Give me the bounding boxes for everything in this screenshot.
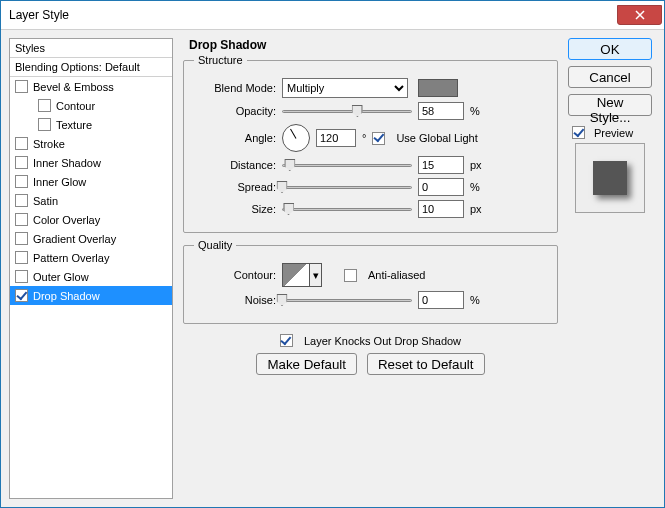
quality-legend: Quality <box>194 239 236 251</box>
quality-group: Quality Contour: ▾ Anti-aliased Noise: % <box>183 239 558 324</box>
noise-slider[interactable] <box>282 293 412 307</box>
style-item-checkbox[interactable] <box>15 251 28 264</box>
style-item-checkbox[interactable] <box>15 156 28 169</box>
style-item-checkbox[interactable] <box>15 213 28 226</box>
blending-options[interactable]: Blending Options: Default <box>10 58 172 77</box>
spread-input[interactable] <box>418 178 464 196</box>
style-item-label: Gradient Overlay <box>33 233 116 245</box>
contour-label: Contour: <box>194 269 276 281</box>
antialiased-label: Anti-aliased <box>368 269 425 281</box>
preview-label: Preview <box>594 127 633 139</box>
preview-box <box>575 143 645 213</box>
dialog-body: Styles Blending Options: Default Bevel &… <box>1 30 664 507</box>
style-item-checkbox[interactable] <box>15 289 28 302</box>
style-item-label: Satin <box>33 195 58 207</box>
style-item-label: Outer Glow <box>33 271 89 283</box>
angle-input[interactable] <box>316 129 356 147</box>
effect-title: Drop Shadow <box>189 38 558 52</box>
style-item-label: Bevel & Emboss <box>33 81 114 93</box>
preview-swatch <box>593 161 627 195</box>
size-label: Size: <box>194 203 276 215</box>
layer-style-dialog: Layer Style Styles Blending Options: Def… <box>0 0 665 508</box>
ok-button[interactable]: OK <box>568 38 652 60</box>
size-input[interactable] <box>418 200 464 218</box>
noise-unit: % <box>470 294 488 306</box>
make-default-button[interactable]: Make Default <box>256 353 357 375</box>
style-item-label: Inner Shadow <box>33 157 101 169</box>
style-item-stroke[interactable]: Stroke <box>10 134 172 153</box>
opacity-slider[interactable] <box>282 104 412 118</box>
titlebar: Layer Style <box>1 1 664 30</box>
knockout-checkbox[interactable] <box>280 334 293 347</box>
cancel-button[interactable]: Cancel <box>568 66 652 88</box>
distance-unit: px <box>470 159 488 171</box>
style-item-drop-shadow[interactable]: Drop Shadow <box>10 286 172 305</box>
reset-default-button[interactable]: Reset to Default <box>367 353 485 375</box>
knockout-label: Layer Knocks Out Drop Shadow <box>304 335 461 347</box>
style-item-contour[interactable]: Contour <box>10 96 172 115</box>
style-item-texture[interactable]: Texture <box>10 115 172 134</box>
angle-unit: ° <box>362 132 366 144</box>
style-item-outer-glow[interactable]: Outer Glow <box>10 267 172 286</box>
styles-list: Styles Blending Options: Default Bevel &… <box>9 38 173 499</box>
style-item-gradient-overlay[interactable]: Gradient Overlay <box>10 229 172 248</box>
style-item-label: Inner Glow <box>33 176 86 188</box>
opacity-input[interactable] <box>418 102 464 120</box>
style-item-checkbox[interactable] <box>38 118 51 131</box>
style-item-checkbox[interactable] <box>15 175 28 188</box>
style-item-label: Color Overlay <box>33 214 100 226</box>
angle-label: Angle: <box>194 132 276 144</box>
close-button[interactable] <box>617 5 662 25</box>
spread-slider[interactable] <box>282 180 412 194</box>
contour-picker[interactable] <box>282 263 310 287</box>
distance-slider[interactable] <box>282 158 412 172</box>
style-item-color-overlay[interactable]: Color Overlay <box>10 210 172 229</box>
noise-input[interactable] <box>418 291 464 309</box>
effect-panel: Drop Shadow Structure Blend Mode: Multip… <box>183 38 558 499</box>
style-item-checkbox[interactable] <box>15 137 28 150</box>
style-item-bevel-emboss[interactable]: Bevel & Emboss <box>10 77 172 96</box>
preview-checkbox[interactable] <box>572 126 585 139</box>
style-item-checkbox[interactable] <box>15 270 28 283</box>
style-item-checkbox[interactable] <box>38 99 51 112</box>
size-slider[interactable] <box>282 202 412 216</box>
style-item-label: Contour <box>56 100 95 112</box>
style-item-label: Pattern Overlay <box>33 252 109 264</box>
structure-legend: Structure <box>194 54 247 66</box>
window-title: Layer Style <box>9 8 617 22</box>
style-item-inner-glow[interactable]: Inner Glow <box>10 172 172 191</box>
distance-input[interactable] <box>418 156 464 174</box>
styles-header[interactable]: Styles <box>10 39 172 58</box>
opacity-unit: % <box>470 105 488 117</box>
close-icon <box>635 10 645 20</box>
opacity-label: Opacity: <box>194 105 276 117</box>
style-item-label: Drop Shadow <box>33 290 100 302</box>
chevron-down-icon: ▾ <box>313 269 319 282</box>
global-light-checkbox[interactable] <box>372 132 385 145</box>
noise-label: Noise: <box>194 294 276 306</box>
blend-mode-select[interactable]: Multiply <box>282 78 408 98</box>
style-item-checkbox[interactable] <box>15 80 28 93</box>
style-item-checkbox[interactable] <box>15 194 28 207</box>
style-item-label: Stroke <box>33 138 65 150</box>
spread-label: Spread: <box>194 181 276 193</box>
angle-dial[interactable] <box>282 124 310 152</box>
contour-dropdown[interactable]: ▾ <box>310 263 322 287</box>
distance-label: Distance: <box>194 159 276 171</box>
style-item-inner-shadow[interactable]: Inner Shadow <box>10 153 172 172</box>
spread-unit: % <box>470 181 488 193</box>
shadow-color-swatch[interactable] <box>418 79 458 97</box>
global-light-label: Use Global Light <box>396 132 477 144</box>
structure-group: Structure Blend Mode: Multiply Opacity: … <box>183 54 558 233</box>
style-item-label: Texture <box>56 119 92 131</box>
new-style-button[interactable]: New Style... <box>568 94 652 116</box>
antialiased-checkbox[interactable] <box>344 269 357 282</box>
style-item-satin[interactable]: Satin <box>10 191 172 210</box>
style-item-pattern-overlay[interactable]: Pattern Overlay <box>10 248 172 267</box>
blend-mode-label: Blend Mode: <box>194 82 276 94</box>
right-column: OK Cancel New Style... Preview <box>568 38 656 499</box>
size-unit: px <box>470 203 488 215</box>
style-item-checkbox[interactable] <box>15 232 28 245</box>
